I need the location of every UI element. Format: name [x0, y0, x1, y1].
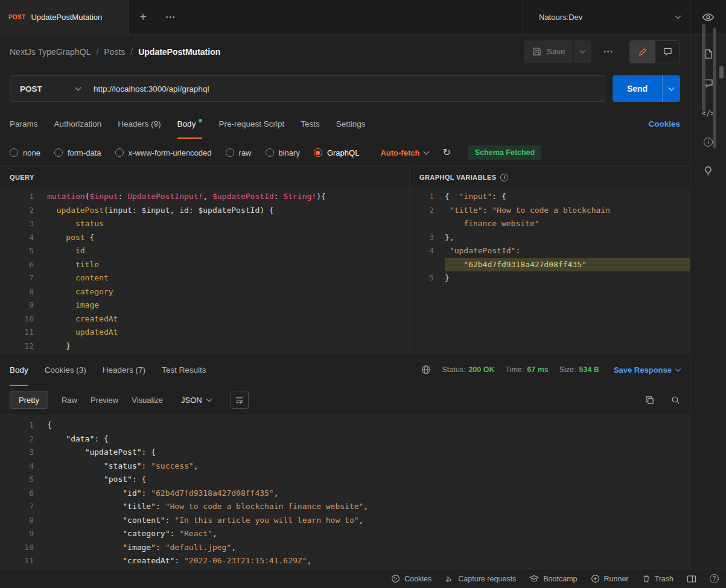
copy-response-button[interactable]: [645, 396, 654, 405]
footer-cookies[interactable]: Cookies: [391, 574, 431, 583]
tab-pre-request-script[interactable]: Pre-request Script: [218, 109, 284, 139]
response-tab-body[interactable]: Body: [10, 353, 28, 386]
comment-button[interactable]: [655, 41, 680, 63]
copy-icon: [645, 396, 654, 405]
tab-authorization[interactable]: Authorization: [54, 109, 102, 139]
pencil-icon: [638, 48, 647, 56]
body-type-graphql[interactable]: GraphQL: [314, 148, 359, 157]
schema-status-badge: Schema Fetched: [468, 145, 541, 160]
radio-icon: [54, 148, 63, 157]
environment-name: Natours:Dev: [533, 13, 670, 22]
view-mode-visualize[interactable]: Visualize: [132, 396, 163, 405]
radio-label: raw: [239, 148, 252, 157]
help-button[interactable]: ?: [710, 574, 719, 583]
breadcrumb: NextJs TypeGraphQL / Posts / UpdatePostM…: [10, 47, 517, 57]
response-scrollbar-thumb[interactable]: [719, 66, 724, 78]
url-input[interactable]: [90, 76, 605, 101]
save-options-button[interactable]: [573, 40, 591, 63]
new-tab-button[interactable]: +: [129, 0, 157, 34]
format-select[interactable]: JSON: [181, 396, 211, 405]
request-info-button[interactable]: i: [704, 138, 713, 147]
response-tab-test-results[interactable]: Test Results: [162, 353, 206, 386]
tab-params[interactable]: Params: [10, 109, 38, 139]
capture-icon: [445, 574, 454, 583]
body-type-form-data[interactable]: form-data: [54, 148, 101, 157]
body-type-none[interactable]: none: [10, 148, 40, 157]
breadcrumb-folder[interactable]: Posts: [104, 47, 125, 57]
save-response-dropdown[interactable]: Save Response: [614, 365, 680, 375]
breadcrumb-collection[interactable]: NextJs TypeGraphQL: [10, 47, 91, 57]
tab-tests[interactable]: Tests: [301, 109, 320, 139]
view-mode-raw[interactable]: Raw: [62, 396, 77, 405]
code-line: 1{ "input": {: [410, 190, 690, 204]
response-section: Body Cookies (3) Headers (7) Test Result…: [0, 353, 690, 569]
autofetch-label: Auto-fetch: [380, 148, 419, 157]
app-window: POST UpdatePostMutation + ••• Natours:De…: [0, 0, 726, 588]
cookie-icon: [391, 574, 400, 583]
chevron-down-icon: [675, 13, 681, 19]
variables-editor[interactable]: 1{ "input": {2 "title": "How to code a b…: [410, 188, 690, 353]
breadcrumb-request[interactable]: UpdatePostMutation: [138, 47, 220, 57]
body-type-row: none form-data x-www-form-urlencoded raw…: [0, 139, 690, 166]
footer-label: Cookies: [404, 575, 431, 583]
info-icon: i: [704, 138, 713, 147]
code-line: 2 "data": {: [0, 432, 690, 446]
response-tab-headers[interactable]: Headers (7): [103, 353, 145, 386]
tab-settings[interactable]: Settings: [336, 109, 366, 139]
search-response-button[interactable]: [671, 396, 680, 405]
save-button-label: Save: [547, 47, 565, 56]
footer-bootcamp[interactable]: Bootcamp: [529, 575, 577, 583]
footer-label: Runner: [604, 575, 629, 583]
tab-label: Tests: [301, 119, 320, 128]
response-body-editor[interactable]: 1{2 "data": {3 "updatePost": {4 "status"…: [0, 414, 690, 569]
tab-headers[interactable]: Headers (9): [118, 109, 161, 139]
footer-trash[interactable]: Trash: [642, 574, 674, 583]
request-tab[interactable]: POST UpdatePostMutation: [0, 0, 129, 34]
refresh-schema-button[interactable]: ↻: [442, 148, 450, 157]
variables-scrollbar[interactable]: [702, 24, 705, 112]
send-button[interactable]: Send: [613, 75, 662, 102]
variables-panel-header: GRAPHQL VARIABLES i: [410, 167, 690, 188]
body-modified-dot: [199, 119, 202, 122]
send-options-button[interactable]: [662, 75, 680, 102]
eye-icon: [702, 13, 715, 22]
tab-body[interactable]: Body: [177, 109, 203, 139]
request-more-actions-button[interactable]: •••: [599, 48, 619, 55]
save-button[interactable]: Save: [524, 40, 574, 63]
footer-capture-requests[interactable]: Capture requests: [445, 574, 516, 583]
format-select-value: JSON: [181, 396, 202, 405]
body-type-raw[interactable]: raw: [226, 148, 252, 157]
tab-label: Test Results: [162, 365, 206, 375]
wrap-lines-button[interactable]: [231, 391, 249, 409]
tab-options-button[interactable]: •••: [157, 0, 185, 34]
search-icon: [671, 396, 680, 405]
split-pane-button[interactable]: [687, 575, 696, 583]
response-stats: Status:200 OK Time:67 ms Size:534 B Save…: [421, 365, 680, 375]
tab-label: Authorization: [54, 119, 102, 128]
code-line: 7 "title": "How to code a blockchain fin…: [0, 500, 690, 514]
breadcrumb-separator: /: [130, 47, 133, 57]
query-editor[interactable]: 1mutation($input: UpdatePostInput!, $upd…: [0, 188, 409, 353]
environment-selector[interactable]: Natours:Dev: [523, 0, 690, 34]
info-icon: i: [500, 174, 508, 182]
time-label: Time:: [505, 365, 524, 374]
chevron-down-icon: [669, 84, 675, 90]
pull-requests-button[interactable]: [704, 166, 713, 176]
view-mode-preview[interactable]: Preview: [91, 396, 118, 405]
code-line: 4 "status": "success",: [0, 460, 690, 473]
view-mode-pretty[interactable]: Pretty: [10, 391, 48, 409]
method-select[interactable]: POST: [10, 76, 90, 101]
query-scrollbar[interactable]: [713, 28, 716, 148]
body-type-binary[interactable]: binary: [266, 148, 300, 157]
response-tab-cookies[interactable]: Cookies (3): [45, 353, 86, 386]
code-line: 12 }: [0, 340, 409, 353]
environment-quick-look-button[interactable]: [690, 0, 726, 34]
chevron-down-icon: [75, 84, 81, 90]
body-type-urlencoded[interactable]: x-www-form-urlencoded: [115, 148, 212, 157]
cookies-link[interactable]: Cookies: [648, 119, 680, 128]
code-line: "62b4d7fd9318a427d08ff435": [410, 258, 690, 272]
footer-runner[interactable]: Runner: [591, 574, 629, 583]
url-box: POST: [10, 75, 605, 102]
autofetch-dropdown[interactable]: Auto-fetch: [380, 148, 428, 157]
edit-request-button[interactable]: [630, 41, 655, 63]
